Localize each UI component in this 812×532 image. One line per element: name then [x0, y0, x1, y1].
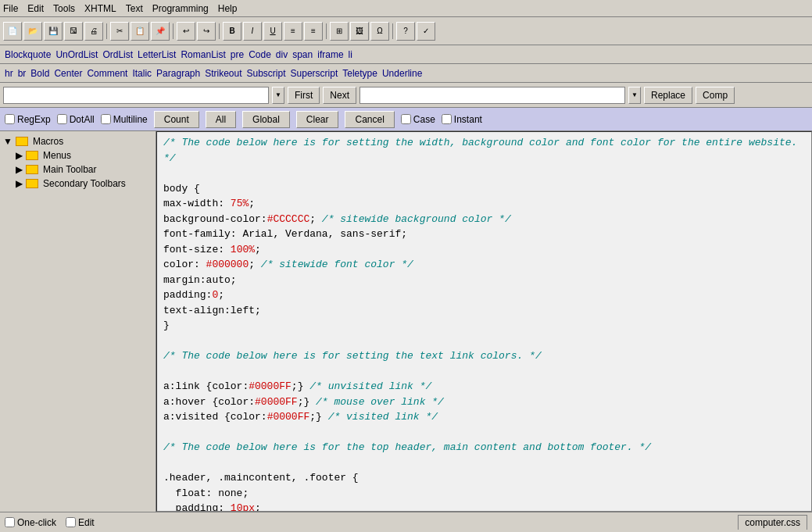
table-button[interactable]: ⊞: [330, 22, 349, 41]
fmt-underline[interactable]: Underline: [382, 68, 422, 79]
code-line-0: /* The code below here is for setting th…: [163, 135, 805, 166]
menu-help[interactable]: Help: [218, 3, 238, 14]
fmt-italic[interactable]: Italic: [132, 68, 152, 79]
align-left-button[interactable]: ≡: [284, 22, 302, 41]
expand-icon-main-toolbar: ▶: [16, 164, 23, 175]
global-button[interactable]: Global: [242, 111, 290, 128]
cut-button[interactable]: ✂: [110, 22, 129, 41]
image-button[interactable]: 🖼: [350, 22, 369, 41]
fmt-bold[interactable]: Bold: [30, 68, 49, 79]
tag-blockquote[interactable]: Blockquote: [5, 49, 51, 60]
code-line-margin: margin:auto;: [163, 273, 805, 288]
tag-romanlist[interactable]: RomanList: [181, 49, 225, 60]
fmt-comment[interactable]: Comment: [87, 68, 127, 79]
menu-tools[interactable]: Tools: [53, 3, 75, 14]
file-tab[interactable]: computer.css: [738, 515, 807, 530]
folder-icon-macros: [16, 137, 28, 146]
sidebar-item-secondary-toolbars[interactable]: ▶ Secondary Toolbars: [0, 177, 156, 191]
fmt-teletype[interactable]: Teletype: [342, 68, 377, 79]
validate-button[interactable]: ✓: [417, 22, 435, 41]
menu-programming[interactable]: Programming: [152, 3, 209, 14]
sidebar-item-menus[interactable]: ▶ Menus: [0, 148, 156, 162]
fmt-paragraph[interactable]: Paragraph: [156, 68, 200, 79]
tag-letterlist[interactable]: LetterList: [138, 49, 176, 60]
edit-checkbox[interactable]: [66, 517, 76, 527]
menus-label: Menus: [43, 150, 71, 161]
menu-file[interactable]: File: [3, 3, 18, 14]
tag-span[interactable]: span: [292, 49, 313, 60]
paste-button[interactable]: 📌: [151, 22, 170, 41]
dotall-label[interactable]: DotAll: [57, 114, 95, 125]
edit-text: Edit: [78, 517, 95, 528]
print-button[interactable]: 🖨: [84, 22, 103, 41]
instant-checkbox[interactable]: [442, 114, 452, 124]
sidebar-item-main-toolbar[interactable]: ▶ Main Toolbar: [0, 162, 156, 177]
fmt-superscript[interactable]: Superscript: [291, 68, 338, 79]
toolbar-separator-3: [219, 23, 220, 39]
next-button[interactable]: Next: [323, 87, 356, 104]
bold-button[interactable]: B: [223, 22, 241, 41]
tag-div[interactable]: div: [276, 49, 288, 60]
cancel-button[interactable]: Cancel: [345, 111, 394, 128]
menu-xhtml[interactable]: XHTML: [84, 3, 116, 14]
tag-code[interactable]: Code: [249, 49, 271, 60]
code-line-padding2: padding: 10px;: [163, 501, 805, 512]
search-input[interactable]: [3, 87, 269, 104]
regexp-checkbox[interactable]: [5, 114, 15, 124]
replace-button[interactable]: Replace: [644, 87, 692, 104]
undo-button[interactable]: ↩: [177, 22, 195, 41]
edit-label[interactable]: Edit: [66, 517, 95, 528]
multiline-label[interactable]: Multiline: [101, 114, 148, 125]
save-button[interactable]: 💾: [44, 22, 63, 41]
special-button[interactable]: Ω: [370, 22, 389, 41]
help-button[interactable]: ?: [396, 22, 415, 41]
first-button[interactable]: First: [288, 87, 320, 104]
code-editor[interactable]: /* The code below here is for setting th…: [156, 131, 812, 512]
code-line-ahover: a:hover {color:#0000FF;} /* mouse over l…: [163, 395, 805, 410]
code-line-float: float: none;: [163, 486, 805, 502]
dotall-checkbox[interactable]: [57, 114, 67, 124]
regexp-text: RegExp: [17, 114, 51, 125]
fmt-br[interactable]: br: [18, 68, 27, 79]
tag-pre[interactable]: pre: [231, 49, 244, 60]
code-line-textalign: text-align:left;: [163, 303, 805, 319]
comp-button[interactable]: Comp: [696, 87, 735, 104]
fmt-subscript[interactable]: Subscript: [247, 68, 286, 79]
instant-label[interactable]: Instant: [442, 114, 482, 125]
tag-ordlist[interactable]: OrdList: [102, 49, 133, 60]
folder-icon-main-toolbar: [26, 165, 38, 174]
clear-button[interactable]: Clear: [296, 111, 339, 128]
case-label[interactable]: Case: [401, 114, 435, 125]
code-line-blank-3: [163, 364, 805, 380]
underline-button[interactable]: U: [263, 22, 282, 41]
tag-li[interactable]: li: [349, 49, 352, 60]
tag-unordlist[interactable]: UnOrdList: [55, 49, 98, 60]
count-button[interactable]: Count: [154, 111, 199, 128]
save-as-button[interactable]: 🖫: [64, 22, 83, 41]
fmt-hr[interactable]: hr: [5, 68, 13, 79]
code-line-body: body {: [163, 181, 805, 197]
italic-button[interactable]: I: [243, 22, 262, 41]
search-dropdown-arrow[interactable]: ▼: [272, 87, 284, 104]
format-bar: hr br Bold Center Comment Italic Paragra…: [0, 64, 812, 83]
replace-input[interactable]: [359, 87, 625, 104]
fmt-center[interactable]: Center: [54, 68, 82, 79]
align-center-button[interactable]: ≡: [304, 22, 323, 41]
case-checkbox[interactable]: [401, 114, 411, 124]
new-button[interactable]: 📄: [3, 22, 22, 41]
fmt-strikeout[interactable]: Strikeout: [205, 68, 241, 79]
one-click-checkbox[interactable]: [5, 517, 15, 527]
all-button[interactable]: All: [206, 111, 236, 128]
open-button[interactable]: 📂: [23, 22, 42, 41]
replace-dropdown-arrow[interactable]: ▼: [628, 87, 641, 104]
menu-text[interactable]: Text: [126, 3, 143, 14]
regexp-label[interactable]: RegExp: [5, 114, 51, 125]
redo-button[interactable]: ↪: [197, 22, 216, 41]
sidebar-item-macros[interactable]: ▼ Macros: [0, 134, 156, 148]
main-toolbar-label: Main Toolbar: [43, 164, 96, 175]
one-click-label[interactable]: One-click: [5, 517, 56, 528]
multiline-checkbox[interactable]: [101, 114, 111, 124]
copy-button[interactable]: 📋: [131, 22, 149, 41]
tag-iframe[interactable]: iframe: [317, 49, 343, 60]
menu-edit[interactable]: Edit: [27, 3, 44, 14]
